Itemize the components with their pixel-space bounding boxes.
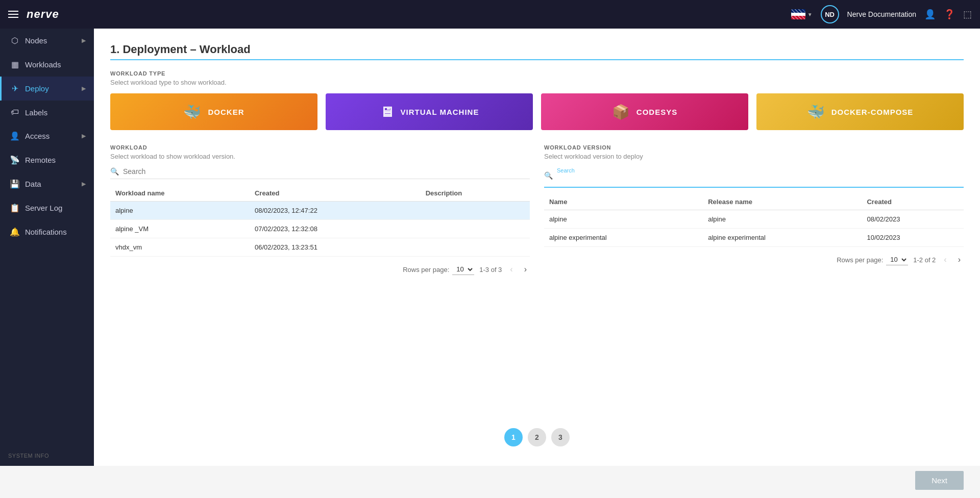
- page-btn-3[interactable]: 3: [551, 428, 570, 446]
- sidebar-item-left-data: 💾 Data: [10, 179, 41, 189]
- v-row-name-0: alpine: [544, 210, 703, 229]
- sidebar-item-left-workloads: ▦ Workloads: [10, 60, 61, 69]
- sidebar-item-labels[interactable]: 🏷 Labels: [0, 101, 94, 124]
- v-row-created-0: 08/02/2023: [862, 210, 964, 229]
- logout-icon[interactable]: ⬚: [963, 9, 972, 20]
- workload-label: WORKLOAD: [110, 144, 530, 151]
- version-col-created: Created: [862, 194, 964, 210]
- user-icon[interactable]: 👤: [924, 9, 936, 20]
- two-panel: WORKLOAD Select workload to show workloa…: [110, 144, 964, 418]
- sidebar-item-workloads[interactable]: ▦ Workloads: [0, 53, 94, 77]
- wl-row-desc-0: [421, 202, 530, 220]
- wl-card-icon-docker-compose: 🐳: [807, 104, 825, 120]
- v-row-name-1: alpine experimental: [544, 229, 703, 247]
- sidebar-icon-access: 👤: [10, 131, 20, 141]
- next-btn-row: Next: [0, 466, 980, 498]
- wl-card-codesys[interactable]: 📦CODESYS: [541, 93, 748, 130]
- sidebar-icon-workloads: ▦: [10, 60, 20, 69]
- wl-row-created-0: 08/02/2023, 12:47:22: [250, 202, 421, 220]
- version-table: Name Release name Created alpine alpine …: [544, 194, 964, 247]
- wl-card-docker-compose[interactable]: 🐳DOCKER-COMPOSE: [756, 93, 964, 130]
- sidebar-icon-server-log: 📋: [10, 203, 20, 213]
- version-rpp-label: Rows per page:: [837, 256, 883, 264]
- workload-search-input[interactable]: [123, 167, 530, 176]
- sidebar-item-server-log[interactable]: 📋 Server Log: [0, 196, 94, 220]
- version-table-row[interactable]: alpine experimental alpine experimental …: [544, 229, 964, 247]
- sidebar-item-notifications[interactable]: 🔔 Notifications: [0, 220, 94, 244]
- sidebar-item-nodes[interactable]: ⬡ Nodes ▶: [0, 29, 94, 53]
- sidebar-label-labels: Labels: [25, 108, 47, 117]
- version-next-btn[interactable]: ›: [955, 254, 964, 265]
- wl-card-label-codesys: CODESYS: [636, 108, 677, 116]
- version-search-label: Search: [557, 167, 964, 173]
- workload-panel: WORKLOAD Select workload to show workloa…: [110, 144, 530, 418]
- sidebar-arrow-deploy: ▶: [82, 85, 86, 92]
- version-prev-btn[interactable]: ‹: [941, 254, 949, 265]
- page-btn-1[interactable]: 1: [504, 428, 523, 446]
- wl-card-label-docker-compose: DOCKER-COMPOSE: [831, 108, 914, 116]
- workload-col-created: Created: [250, 185, 421, 202]
- sidebar-icon-nodes: ⬡: [10, 36, 20, 45]
- version-table-footer: Rows per page: 102550 1-2 of 2 ‹ ›: [544, 249, 964, 270]
- sidebar-icon-deploy: ✈: [10, 84, 20, 93]
- page-title: 1. Deployment – Workload: [110, 43, 964, 60]
- sidebar-item-left-remotes: 📡 Remotes: [10, 155, 56, 165]
- page-btn-2[interactable]: 2: [528, 428, 546, 446]
- version-rpp-select[interactable]: 102550: [886, 254, 908, 265]
- workload-sub: Select workload to show workload version…: [110, 153, 530, 160]
- sidebar-label-remotes: Remotes: [25, 156, 56, 164]
- version-pagination-info: 1-2 of 2: [913, 256, 936, 264]
- wl-card-icon-docker: 🐳: [183, 104, 202, 120]
- language-chevron: ▼: [807, 12, 813, 17]
- sidebar-arrow-data: ▶: [82, 181, 86, 187]
- version-rows-per-page: Rows per page: 102550: [837, 254, 908, 265]
- workload-prev-btn[interactable]: ‹: [507, 264, 516, 275]
- wl-row-name-0: alpine: [110, 202, 250, 220]
- version-search-icon: 🔍: [544, 171, 553, 180]
- workload-table-row[interactable]: alpine 08/02/2023, 12:47:22: [110, 202, 530, 220]
- version-sub: Select workload version to deploy: [544, 153, 964, 160]
- doc-link[interactable]: Nerve Documentation: [847, 10, 916, 18]
- sidebar-label-nodes: Nodes: [25, 36, 47, 45]
- sidebar-label-data: Data: [25, 180, 41, 188]
- workload-pagination-info: 1-3 of 3: [479, 266, 502, 273]
- topnav-right: ▼ ND Nerve Documentation 👤 ❓ ⬚: [791, 5, 972, 23]
- sidebar-item-data[interactable]: 💾 Data ▶: [0, 172, 94, 196]
- avatar[interactable]: ND: [821, 5, 839, 23]
- sidebar-item-remotes[interactable]: 📡 Remotes: [0, 148, 94, 172]
- sidebar-item-access[interactable]: 👤 Access ▶: [0, 124, 94, 148]
- wl-row-created-1: 07/02/2023, 12:32:08: [250, 220, 421, 238]
- sidebar-item-left-access: 👤 Access: [10, 131, 50, 141]
- workload-type-section: WORKLOAD TYPE Select workload type to sh…: [110, 70, 964, 144]
- workload-type-sub: Select workload type to show workload.: [110, 79, 964, 86]
- workload-next-btn[interactable]: ›: [521, 264, 530, 275]
- sidebar-item-deploy[interactable]: ✈ Deploy ▶: [0, 77, 94, 101]
- sidebar-icon-remotes: 📡: [10, 155, 20, 165]
- wl-card-vm[interactable]: 🖥VIRTUAL MACHINE: [326, 93, 533, 130]
- logo-text: nerve: [27, 8, 59, 21]
- wl-card-docker[interactable]: 🐳DOCKER: [110, 93, 317, 130]
- version-search-input[interactable]: [557, 175, 964, 183]
- hamburger-menu[interactable]: [8, 11, 18, 18]
- language-selector[interactable]: ▼: [791, 9, 813, 19]
- version-table-row[interactable]: alpine alpine 08/02/2023: [544, 210, 964, 229]
- help-icon[interactable]: ❓: [944, 9, 955, 20]
- v-row-created-1: 10/02/2023: [862, 229, 964, 247]
- wl-row-created-2: 06/02/2023, 13:23:51: [250, 238, 421, 257]
- sidebar-label-access: Access: [25, 132, 50, 140]
- version-search-box: 🔍 Search: [544, 167, 964, 188]
- sidebar-arrow-nodes: ▶: [82, 37, 86, 44]
- workload-search-box: 🔍: [110, 167, 530, 179]
- sidebar-arrow-access: ▶: [82, 133, 86, 139]
- wl-card-icon-vm: 🖥: [380, 104, 395, 120]
- next-button[interactable]: Next: [915, 471, 964, 490]
- wl-row-name-1: alpine _VM: [110, 220, 250, 238]
- wl-card-label-vm: VIRTUAL MACHINE: [401, 108, 479, 116]
- version-label: WORKLOAD VERSION: [544, 144, 964, 151]
- workload-table-row[interactable]: vhdx_vm 06/02/2023, 13:23:51: [110, 238, 530, 257]
- sidebar-item-left-notifications: 🔔 Notifications: [10, 227, 67, 237]
- workload-table-row[interactable]: alpine _VM 07/02/2023, 12:32:08: [110, 220, 530, 238]
- wl-row-desc-2: [421, 238, 530, 257]
- workload-rpp-select[interactable]: 102550: [452, 264, 474, 275]
- sidebar-label-deploy: Deploy: [25, 84, 49, 93]
